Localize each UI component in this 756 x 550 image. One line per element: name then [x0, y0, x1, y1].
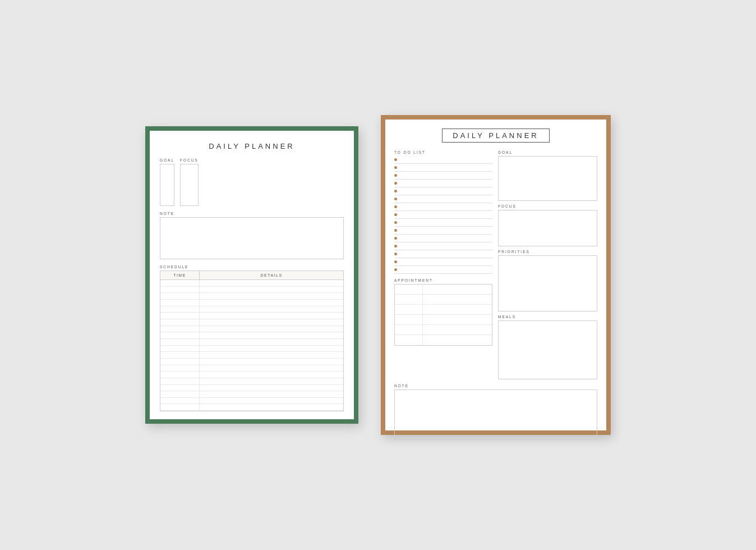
todo-dot	[394, 158, 397, 161]
table-row[interactable]	[160, 398, 343, 405]
green-title: DAILY PLANNER	[160, 142, 344, 158]
list-item[interactable]	[394, 195, 492, 203]
table-row[interactable]	[160, 319, 343, 326]
todo-dot	[394, 174, 397, 177]
green-note-label: NOTE	[160, 212, 344, 216]
todo-dot	[394, 182, 397, 185]
list-item[interactable]	[394, 258, 492, 266]
todo-dot	[394, 253, 397, 255]
table-row[interactable]	[160, 372, 343, 378]
todo-dot	[394, 260, 397, 263]
brown-goal-label: GOAL	[498, 150, 597, 154]
appointment-section: APPOINTMENT	[394, 278, 492, 346]
green-focus-box[interactable]	[180, 164, 199, 206]
list-item[interactable]	[394, 227, 492, 235]
brown-planner: DAILY PLANNER TO DO LIST	[381, 115, 611, 435]
table-row[interactable]	[160, 352, 343, 359]
green-note-box[interactable]	[160, 217, 344, 259]
appointment-table	[394, 284, 492, 346]
list-item[interactable]	[394, 187, 492, 195]
table-row[interactable]	[160, 300, 343, 306]
todo-dot	[394, 190, 397, 192]
table-row[interactable]	[160, 332, 343, 339]
brown-planner-inner: DAILY PLANNER TO DO LIST	[385, 120, 606, 430]
brown-right-col: GOAL FOCUS PRIORITIES MEALS	[498, 150, 597, 379]
todo-dot	[394, 205, 397, 208]
list-item[interactable]	[394, 203, 492, 211]
list-item[interactable]	[394, 156, 492, 164]
green-schedule-table: TIME DETAILS	[160, 271, 344, 411]
brown-main: TO DO LIST	[394, 150, 597, 379]
brown-meals-section: MEALS	[498, 315, 597, 379]
green-planner: DAILY PLANNER GOAL FOCUS NOTE SCHEDULE T…	[145, 126, 358, 424]
table-row[interactable]	[160, 287, 343, 294]
table-row[interactable]	[160, 346, 343, 352]
list-item[interactable]	[394, 242, 492, 250]
table-row[interactable]	[160, 339, 343, 346]
list-item[interactable]	[394, 172, 492, 180]
green-focus-label: FOCUS	[180, 158, 199, 162]
green-focus-section: FOCUS	[180, 158, 199, 206]
todo-dot	[394, 245, 397, 247]
table-row[interactable]	[160, 326, 343, 333]
todo-dot	[394, 166, 397, 169]
schedule-header: TIME DETAILS	[160, 271, 343, 280]
table-row[interactable]	[160, 385, 343, 392]
table-row[interactable]	[395, 305, 492, 315]
table-row[interactable]	[395, 315, 492, 325]
list-item[interactable]	[394, 250, 492, 258]
brown-title: DAILY PLANNER	[442, 129, 549, 143]
brown-goal-box[interactable]	[498, 156, 597, 201]
table-row[interactable]	[160, 391, 343, 398]
brown-focus-label: FOCUS	[498, 204, 597, 208]
green-note-section: NOTE	[160, 212, 344, 265]
list-item[interactable]	[394, 164, 492, 172]
todo-label: TO DO LIST	[394, 150, 492, 154]
table-row[interactable]	[160, 306, 343, 313]
brown-note-box[interactable]	[394, 389, 597, 440]
green-goal-box[interactable]	[160, 164, 174, 206]
list-item[interactable]	[394, 235, 492, 242]
brown-goal-section: GOAL	[498, 150, 597, 201]
table-row[interactable]	[160, 365, 343, 372]
schedule-rows	[160, 280, 343, 411]
green-planner-inner: DAILY PLANNER GOAL FOCUS NOTE SCHEDULE T…	[150, 131, 354, 419]
schedule-time-header: TIME	[160, 271, 200, 279]
todo-dot	[394, 268, 397, 271]
table-row[interactable]	[395, 325, 492, 335]
table-row[interactable]	[160, 378, 343, 385]
table-row[interactable]	[160, 404, 343, 411]
todo-section: TO DO LIST	[394, 150, 492, 274]
todo-dot	[394, 213, 397, 216]
green-goal-section: GOAL	[160, 158, 174, 206]
green-top-row: GOAL FOCUS	[160, 158, 344, 206]
table-row[interactable]	[160, 313, 343, 319]
brown-priorities-section: PRIORITIES	[498, 250, 597, 311]
table-row[interactable]	[395, 285, 492, 295]
table-row[interactable]	[160, 293, 343, 300]
todo-rows	[394, 156, 492, 274]
brown-note-label: NOTE	[394, 384, 597, 388]
todo-dot	[394, 229, 397, 232]
list-item[interactable]	[394, 219, 492, 227]
brown-left-col: TO DO LIST	[394, 150, 492, 379]
green-schedule-label: SCHEDULE	[160, 265, 344, 269]
list-item[interactable]	[394, 266, 492, 274]
brown-focus-section: FOCUS	[498, 204, 597, 246]
list-item[interactable]	[394, 180, 492, 187]
brown-priorities-box[interactable]	[498, 255, 597, 311]
table-row[interactable]	[160, 280, 343, 287]
table-row[interactable]	[395, 335, 492, 345]
brown-meals-label: MEALS	[498, 315, 597, 319]
green-schedule-section: SCHEDULE TIME DETAILS	[160, 265, 344, 411]
brown-focus-box[interactable]	[498, 210, 597, 246]
brown-priorities-label: PRIORITIES	[498, 250, 597, 254]
table-row[interactable]	[395, 295, 492, 305]
list-item[interactable]	[394, 211, 492, 219]
appointment-label: APPOINTMENT	[394, 278, 492, 282]
brown-meals-box[interactable]	[498, 320, 597, 379]
todo-dot	[394, 198, 397, 200]
table-row[interactable]	[160, 359, 343, 365]
green-goal-label: GOAL	[160, 158, 174, 162]
schedule-details-header: DETAILS	[200, 271, 343, 279]
